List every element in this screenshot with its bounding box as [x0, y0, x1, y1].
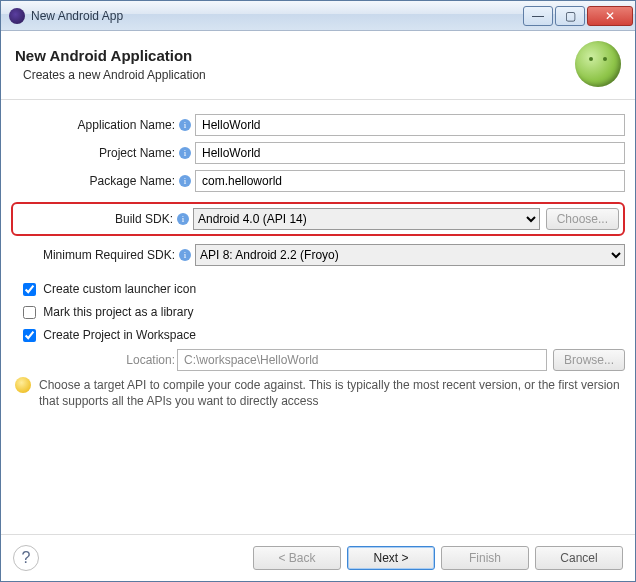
- build-sdk-select[interactable]: Android 4.0 (API 14): [193, 208, 540, 230]
- form-area: Application Name: i Project Name: i Pack…: [1, 100, 635, 415]
- label-application-name: Application Name:: [11, 118, 177, 132]
- cancel-button[interactable]: Cancel: [535, 546, 623, 570]
- info-icon[interactable]: i: [179, 175, 191, 187]
- label-build-sdk: Build SDK:: [17, 212, 175, 226]
- label-min-sdk: Minimum Required SDK:: [11, 248, 177, 262]
- workspace-checkbox[interactable]: [23, 329, 36, 342]
- lightbulb-icon: [15, 377, 31, 393]
- maximize-button[interactable]: ▢: [555, 6, 585, 26]
- info-icon[interactable]: i: [179, 249, 191, 261]
- row-application-name: Application Name: i: [11, 114, 625, 136]
- minimize-button[interactable]: —: [523, 6, 553, 26]
- check-library[interactable]: Mark this project as a library: [19, 303, 625, 322]
- window-title: New Android App: [31, 9, 523, 23]
- row-package-name: Package Name: i: [11, 170, 625, 192]
- close-button[interactable]: ✕: [587, 6, 633, 26]
- row-min-sdk: Minimum Required SDK: i API 8: Android 2…: [11, 244, 625, 266]
- library-checkbox[interactable]: [23, 306, 36, 319]
- launcher-icon-checkbox[interactable]: [23, 283, 36, 296]
- row-project-name: Project Name: i: [11, 142, 625, 164]
- choose-button[interactable]: Choose...: [546, 208, 619, 230]
- package-name-input[interactable]: [195, 170, 625, 192]
- row-location: Location: Browse...: [11, 349, 625, 371]
- next-button[interactable]: Next >: [347, 546, 435, 570]
- label-package-name: Package Name:: [11, 174, 177, 188]
- label-location: Location:: [11, 353, 177, 367]
- wizard-header: New Android Application Creates a new An…: [1, 31, 635, 100]
- project-name-input[interactable]: [195, 142, 625, 164]
- hint-text: Choose a target API to compile your code…: [39, 377, 621, 409]
- application-name-input[interactable]: [195, 114, 625, 136]
- hint-row: Choose a target API to compile your code…: [15, 377, 621, 409]
- info-icon[interactable]: i: [177, 213, 189, 225]
- info-icon[interactable]: i: [179, 147, 191, 159]
- info-icon[interactable]: i: [179, 119, 191, 131]
- highlighted-build-sdk: Build SDK: i Android 4.0 (API 14) Choose…: [11, 202, 625, 236]
- dialog-window: New Android App — ▢ ✕ New Android Applic…: [0, 0, 636, 582]
- window-controls: — ▢ ✕: [523, 6, 633, 26]
- check-launcher-icon[interactable]: Create custom launcher icon: [19, 280, 625, 299]
- android-icon: [575, 41, 621, 87]
- page-title: New Android Application: [15, 47, 575, 64]
- wizard-footer: ? < Back Next > Finish Cancel: [1, 534, 635, 581]
- finish-button[interactable]: Finish: [441, 546, 529, 570]
- min-sdk-select[interactable]: API 8: Android 2.2 (Froyo): [195, 244, 625, 266]
- check-workspace[interactable]: Create Project in Workspace: [19, 326, 625, 345]
- browse-button[interactable]: Browse...: [553, 349, 625, 371]
- location-input: [177, 349, 547, 371]
- label-project-name: Project Name:: [11, 146, 177, 160]
- page-subtitle: Creates a new Android Application: [23, 68, 575, 82]
- titlebar[interactable]: New Android App — ▢ ✕: [1, 1, 635, 31]
- back-button[interactable]: < Back: [253, 546, 341, 570]
- help-button[interactable]: ?: [13, 545, 39, 571]
- checkbox-group: Create custom launcher icon Mark this pr…: [19, 280, 625, 345]
- eclipse-icon: [9, 8, 25, 24]
